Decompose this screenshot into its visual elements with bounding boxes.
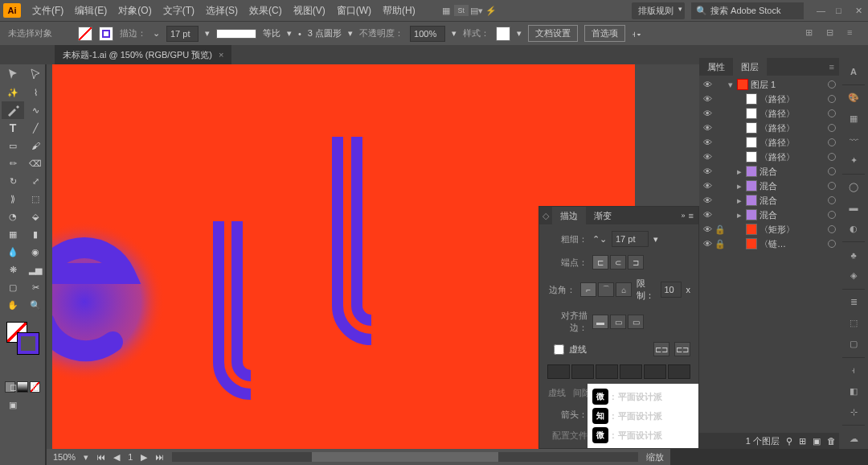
dash-value-1[interactable] [571,364,594,379]
cap-butt[interactable]: ⊏ [592,255,608,270]
blend-tool[interactable]: ◉ [24,243,47,261]
align-center[interactable]: ▬ [592,315,608,329]
weight-dropdown[interactable]: ▾ [653,234,658,245]
cap-projecting[interactable]: ⊐ [628,255,644,270]
layer-name[interactable]: 〈链… [760,238,825,250]
scale-tool[interactable]: ⤢ [24,172,47,190]
visibility-toggle[interactable]: 👁 [702,109,712,118]
arrange-icon[interactable]: ▤▾ [470,4,483,17]
document-setup-button[interactable]: 文档设置 [528,25,578,42]
target-icon[interactable] [828,153,836,161]
target-icon[interactable] [828,211,836,219]
stroke-profile-preview[interactable] [216,29,256,39]
shape-builder-tool[interactable]: ◔ [2,208,24,225]
slice-tool[interactable]: ✂ [24,278,47,296]
expand-toggle[interactable]: ▸ [735,195,743,206]
dock-graphic-styles-icon[interactable]: ◈ [839,265,868,286]
dash-value-4[interactable] [644,364,666,379]
mesh-tool[interactable]: ▦ [2,225,24,243]
lasso-tool[interactable]: ⌇ [24,84,47,101]
tab-close-icon[interactable]: × [219,50,223,60]
target-icon[interactable] [828,196,836,204]
layer-name[interactable]: 〈矩形〉 [760,224,825,236]
opt-icon-2[interactable]: ⊟ [826,27,839,40]
lock-toggle[interactable]: 🔒 [714,239,724,249]
search-stock[interactable]: 🔍搜索 Adobe Stock [691,2,804,19]
layer-name[interactable]: 〈路径〉 [760,122,825,134]
style-swatch[interactable] [496,27,510,41]
dock-stroke-icon[interactable]: ◯ [839,176,868,197]
dash-align-1[interactable]: ⊏⊐ [653,342,669,356]
visibility-toggle[interactable]: 👁 [702,94,712,104]
nav-first[interactable]: ⏮ [96,452,105,462]
opacity-input[interactable] [410,26,445,42]
direct-selection-tool[interactable] [24,66,47,84]
weight-input[interactable] [612,231,649,247]
dashed-checkbox[interactable] [554,344,564,355]
bridge-icon[interactable]: ▦ [440,4,452,17]
free-transform-tool[interactable]: ⬚ [24,190,47,208]
magic-wand-tool[interactable]: ✨ [2,84,24,101]
layer-name[interactable]: 混合 [760,166,825,178]
target-icon[interactable] [828,240,836,248]
menu-window[interactable]: 窗口(W) [332,1,376,21]
target-icon[interactable] [828,80,836,88]
gpu-icon[interactable]: ⚡ [485,4,497,17]
panel-menu-icon[interactable]: ≡ [689,211,694,220]
corner-bevel[interactable]: ⌂ [616,282,632,297]
document-tab[interactable]: 未标题-1.ai @ 150% (RGB/GPU 预览) × [55,45,231,64]
dock-appearance-icon[interactable]: ♣ [839,245,868,265]
locate-icon[interactable]: ⚲ [786,436,792,446]
stroke-panel-tab[interactable]: 描边 [552,207,586,225]
dock-type-icon[interactable]: A [839,61,868,82]
layer-name[interactable]: 〈路径〉 [760,108,825,120]
zoom-level[interactable]: 150% [53,452,76,462]
lock-toggle[interactable]: 🔒 [714,224,724,235]
visibility-toggle[interactable]: 👁 [702,167,712,176]
profile-uniform[interactable]: 等比 [263,27,280,39]
artboard-tool[interactable]: ▢ [2,278,24,296]
target-icon[interactable] [828,109,836,117]
rotate-tool[interactable]: ↻ [2,172,24,190]
stroke-swatch[interactable] [99,27,113,41]
cap-round[interactable]: ⊂ [610,255,626,270]
pen-tool[interactable] [2,101,24,119]
screen-mode[interactable]: ▣ [2,396,24,414]
draw-behind[interactable]: ◻ [24,378,47,396]
visibility-toggle[interactable]: 👁 [702,195,712,205]
close-button[interactable]: ✕ [855,6,865,15]
layer-name[interactable]: 图层 1 [751,79,825,91]
target-icon[interactable] [828,95,836,103]
visibility-toggle[interactable]: 👁 [702,138,712,147]
shaper-tool[interactable]: ✏ [2,154,24,172]
menu-select[interactable]: 选择(S) [201,1,243,21]
target-icon[interactable] [828,225,836,233]
dock-pathfinder-icon[interactable]: ◧ [839,381,868,401]
target-icon[interactable] [828,167,836,175]
expand-toggle[interactable]: ▾ [727,80,735,90]
visibility-toggle[interactable]: 👁 [702,152,712,162]
menu-edit[interactable]: 编辑(E) [70,1,112,21]
nav-last[interactable]: ⏭ [155,452,164,462]
opt-icon-3[interactable]: ≡ [847,27,860,40]
layer-name[interactable]: 混合 [760,209,825,221]
visibility-toggle[interactable]: 👁 [702,181,712,191]
hand-tool[interactable]: ✋ [2,296,24,314]
nav-prev[interactable]: ◀ [113,452,120,463]
dock-transparency-icon[interactable]: ◐ [839,218,868,239]
dock-swatches-icon[interactable]: ▦ [839,109,868,130]
limit-input[interactable] [661,282,682,298]
dash-align-2[interactable]: ⊏⊐ [674,342,690,356]
dock-color-icon[interactable]: 🎨 [839,88,868,109]
minimize-button[interactable]: — [817,6,826,15]
dock-symbols-icon[interactable]: ✦ [839,150,868,171]
align-inside[interactable]: ▭ [610,315,626,329]
weight-stepper[interactable]: ⌃⌄ [592,234,607,245]
layer-name[interactable]: 混合 [760,195,825,207]
new-layer-icon[interactable]: ▣ [813,436,821,446]
expand-toggle[interactable]: ▸ [735,210,743,220]
menu-effect[interactable]: 效果(C) [244,1,287,21]
dock-layers-icon[interactable]: ≣ [839,292,868,313]
eyedropper-tool[interactable]: 💧 [2,243,24,261]
dash-value-2[interactable] [596,364,618,379]
